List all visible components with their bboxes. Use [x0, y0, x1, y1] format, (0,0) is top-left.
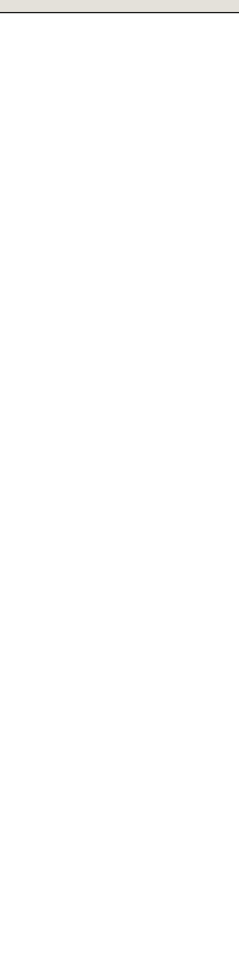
- event-header: [0, 0, 239, 12]
- seismogram-review-window: [0, 0, 239, 980]
- trace-frame: [0, 12, 239, 13]
